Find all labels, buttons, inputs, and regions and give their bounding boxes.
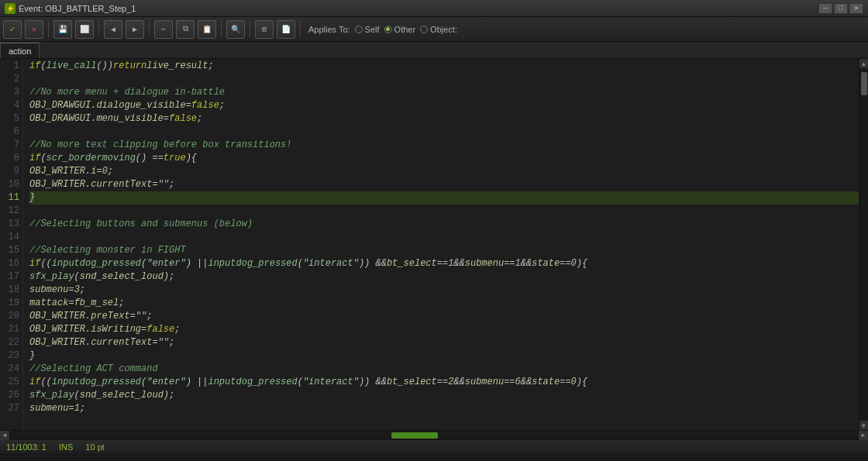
code-line-21: OBJ_WRITER.isWriting = false;	[29, 323, 859, 336]
toolbar: ✓ ✕ 💾 ⬜ ◀ ▶ ✂ ⧉ 📋 🔍 ⊞ 📄 Applies To: Self…	[0, 17, 868, 42]
line-number-22: 22	[0, 336, 19, 349]
code-line-10: OBJ_WRITER.currentText = "";	[29, 178, 859, 191]
scroll-up-button[interactable]: ▲	[859, 59, 869, 68]
code-line-19: mattack = fb_m_sel;	[29, 297, 859, 310]
separator-1	[48, 22, 49, 37]
line-number-20: 20	[0, 310, 19, 323]
separator-4	[221, 22, 222, 37]
line-number-3: 3	[0, 86, 19, 99]
radio-self-circle[interactable]	[355, 26, 363, 33]
radio-other[interactable]: Other	[384, 25, 416, 34]
new-button[interactable]: ⬜	[75, 20, 94, 39]
code-line-8: if(scr_bordermoving() == true){	[29, 152, 859, 165]
radio-self-label: Self	[365, 25, 380, 34]
separator-6	[300, 22, 301, 37]
code-line-18: submenu = 3;	[29, 284, 859, 297]
code-line-17: sfx_play(snd_select_loud);	[29, 270, 859, 284]
code-line-2	[29, 73, 859, 86]
code-line-24: //Selecting ACT command	[29, 363, 859, 376]
code-area[interactable]: if (live_call()) return live_result; //N…	[23, 59, 859, 430]
scroll-down-button[interactable]: ▼	[859, 421, 869, 430]
scroll-track[interactable]	[860, 68, 868, 421]
applies-to-label: Applies To: Self Other Object:	[308, 25, 457, 34]
editor-container: 1234567891011121314151617181920212223242…	[0, 59, 868, 430]
paste-button[interactable]: 📋	[198, 20, 216, 39]
code-line-6	[29, 126, 859, 139]
line-number-5: 5	[0, 112, 19, 126]
line-number-13: 13	[0, 218, 19, 231]
scroll-thumb[interactable]	[861, 72, 867, 95]
code-line-11: }	[29, 191, 859, 205]
radio-self[interactable]: Self	[355, 25, 380, 34]
title-label: Event: OBJ_BATTLER_Step_1	[19, 4, 136, 13]
code-line-14	[29, 231, 859, 244]
radio-object-circle[interactable]	[420, 26, 428, 33]
code-line-25: if((inputdog_pressed("enter") || inputdo…	[29, 376, 859, 389]
scroll-right-button[interactable]: ▶	[859, 431, 868, 440]
code-line-16: if((inputdog_pressed("enter") || inputdo…	[29, 257, 859, 270]
separator-2	[98, 22, 99, 37]
tab-bar: action	[0, 42, 868, 59]
line-number-1: 1	[0, 60, 19, 73]
line-number-9: 9	[0, 165, 19, 178]
line-number-10: 10	[0, 178, 19, 191]
separator-3	[149, 22, 150, 37]
code-line-5: OBJ_DRAWGUI.menu_visible = false;	[29, 112, 859, 126]
code-line-4: OBJ_DRAWGUI.dialogue_visible = false;	[29, 99, 859, 112]
line-number-14: 14	[0, 231, 19, 244]
line-number-6: 6	[0, 126, 19, 139]
line-number-2: 2	[0, 73, 19, 86]
check-button[interactable]: ✓	[3, 20, 22, 39]
code-line-26: sfx_play(snd_select_loud);	[29, 389, 859, 402]
window-controls: ─ □ ✕	[818, 3, 863, 14]
radio-object[interactable]: Object:	[420, 25, 457, 34]
forward-button[interactable]: ▶	[126, 20, 144, 39]
back-button[interactable]: ◀	[104, 20, 122, 39]
edit-mode: INS	[59, 442, 73, 452]
line-number-21: 21	[0, 323, 19, 336]
line-number-7: 7	[0, 139, 19, 152]
code-line-23: }	[29, 349, 859, 363]
title-bar: ⚡ Event: OBJ_BATTLER_Step_1 ─ □ ✕	[0, 0, 868, 17]
title-icon: ⚡	[5, 3, 16, 14]
copy-button[interactable]: ⧉	[176, 20, 195, 39]
code-line-20: OBJ_WRITER.preText = "";	[29, 310, 859, 323]
code-line-22: OBJ_WRITER.currentText = "";	[29, 336, 859, 349]
line-number-15: 15	[0, 244, 19, 257]
radio-other-label: Other	[394, 25, 416, 34]
line-number-18: 18	[0, 284, 19, 297]
line-number-16: 16	[0, 257, 19, 270]
line-number-27: 27	[0, 402, 19, 415]
scroll-left-button[interactable]: ◀	[0, 431, 9, 440]
h-scroll-thumb[interactable]	[391, 432, 438, 439]
tab-action[interactable]: action	[0, 43, 40, 58]
search-button[interactable]: 🔍	[226, 20, 245, 39]
line-number-25: 25	[0, 376, 19, 389]
line-number-4: 4	[0, 99, 19, 112]
line-number-12: 12	[0, 205, 19, 218]
code-line-3: //No more menu + dialogue in-battle	[29, 86, 859, 99]
code-line-12	[29, 205, 859, 218]
save-button[interactable]: 💾	[53, 20, 72, 39]
h-scroll-track[interactable]	[9, 432, 859, 439]
code-button[interactable]: 📄	[277, 20, 295, 39]
line-number-24: 24	[0, 363, 19, 376]
code-line-13: //Selecting buttons and submenus (below)	[29, 218, 859, 231]
title-text: ⚡ Event: OBJ_BATTLER_Step_1	[5, 3, 136, 14]
cursor-position: 11/1003: 1	[6, 442, 46, 452]
horizontal-scrollbar[interactable]: ◀ ▶	[0, 430, 868, 439]
cancel-button[interactable]: ✕	[25, 20, 43, 39]
separator-5	[250, 22, 250, 37]
radio-other-circle[interactable]	[384, 26, 392, 33]
minimize-button[interactable]: ─	[818, 3, 832, 14]
cut-button[interactable]: ✂	[154, 20, 173, 39]
maximize-button[interactable]: □	[834, 3, 848, 14]
grid-button[interactable]: ⊞	[255, 20, 274, 39]
code-line-9: OBJ_WRITER.i = 0;	[29, 165, 859, 178]
close-button[interactable]: ✕	[849, 3, 863, 14]
code-line-7: //No more text clipping before box trans…	[29, 139, 859, 152]
vertical-scrollbar[interactable]: ▲ ▼	[859, 59, 868, 430]
line-number-26: 26	[0, 389, 19, 402]
font-size: 10 pt	[85, 442, 104, 452]
line-number-23: 23	[0, 349, 19, 363]
